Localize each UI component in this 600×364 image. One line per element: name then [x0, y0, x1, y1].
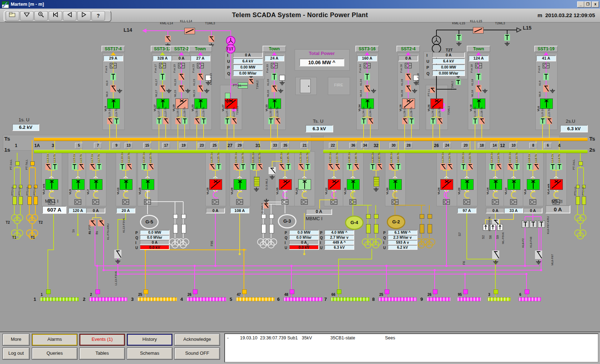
current-SST1-19[interactable]: 41 A — [536, 55, 556, 61]
load-bar-25[interactable] — [379, 297, 417, 301]
breaker-VL24[interactable] — [440, 179, 453, 190]
G-5-value-I[interactable]: 0 A — [140, 240, 170, 245]
switch-LL26-2s[interactable] — [430, 118, 436, 124]
current-SST2-4[interactable]: 0 A — [398, 55, 418, 61]
bus-number-33[interactable]: 33 — [271, 143, 279, 148]
load-tap[interactable] — [144, 289, 148, 294]
breaker-VL4 sek[interactable] — [550, 179, 563, 190]
current-Town[interactable]: 24 A — [264, 55, 284, 61]
bus-number-8[interactable]: 8 — [529, 143, 537, 148]
current-VL25[interactable]: 0 A — [206, 208, 225, 213]
switch-ML28[interactable] — [405, 85, 411, 92]
switch-LL13-F3VK[interactable] — [114, 250, 121, 258]
switch-LL5-Ts[interactable] — [79, 163, 84, 170]
switch-LL30-1s[interactable] — [389, 163, 394, 170]
switch-KL8[interactable] — [522, 221, 529, 228]
switch-LL32-Ts[interactable] — [377, 163, 382, 170]
bus-number-15[interactable]: 15 — [143, 143, 151, 148]
switch-LL28-Ts[interactable] — [409, 118, 414, 124]
breaker-VL9[interactable] — [107, 98, 120, 109]
switch-LL14-Ts[interactable] — [496, 163, 501, 170]
load-tap[interactable] — [433, 289, 438, 294]
switch-LL29-1s[interactable] — [234, 163, 239, 170]
breaker-VL3 sek[interactable] — [45, 179, 58, 190]
switch-LL17-Ts[interactable] — [163, 118, 169, 124]
G-4-value-I[interactable]: 449 A ^ — [324, 240, 354, 245]
G-3-value-Q[interactable]: 0.0 MVar — [289, 235, 319, 240]
generator-G-2[interactable]: G-2 — [387, 215, 405, 229]
footer-button-tables[interactable]: Tables — [80, 348, 125, 359]
feeder-header-SST17-4[interactable]: SST17-4 — [101, 46, 125, 52]
switch-LL33-1s[interactable] — [268, 118, 274, 124]
switch-LL8-1s[interactable] — [527, 163, 532, 170]
load-tap[interactable] — [463, 289, 468, 294]
switch-LL26-Ts[interactable] — [437, 118, 442, 124]
bus-Ts[interactable] — [34, 138, 588, 141]
meter-icon[interactable] — [405, 63, 412, 70]
switch-LL20-1s[interactable] — [461, 163, 466, 170]
switch-KL34[interactable] — [364, 73, 370, 80]
breaker-VL25[interactable] — [209, 179, 222, 190]
bus-Ts-voltage[interactable]: 6.3 kV — [305, 125, 333, 132]
bus-number-23[interactable]: 23 — [198, 143, 206, 148]
t2t-value-Q[interactable]: 0.000 MVar — [432, 70, 465, 76]
close-button[interactable]: x — [592, 1, 599, 7]
switch-LL3-1s[interactable] — [45, 163, 51, 170]
feeder-header-SST2-4[interactable]: SST2-4 — [396, 46, 420, 52]
t1t-value-Q[interactable]: 0.00 MVar — [233, 70, 263, 76]
switch-ML6[interactable] — [543, 85, 549, 92]
door-icon[interactable] — [300, 79, 311, 93]
G-3-value-U[interactable]: 0.0 kV — [289, 245, 319, 250]
bus-number-9[interactable]: 9 — [112, 143, 120, 148]
switch-LL28-1s[interactable] — [402, 118, 408, 124]
switch-LL3-Ts[interactable] — [52, 163, 58, 170]
bus-number-30[interactable]: 30 — [390, 143, 398, 148]
meter-icon[interactable] — [197, 63, 204, 70]
bus-number-21[interactable]: 21 — [301, 143, 309, 148]
switch-LL6-1s[interactable] — [540, 118, 545, 124]
current-SST3-16[interactable]: 160 A — [357, 55, 377, 61]
switch-LL13-Ts[interactable] — [126, 163, 132, 170]
switch-LL35-1s[interactable] — [279, 163, 284, 170]
current-VL20[interactable]: 97 A — [457, 208, 476, 213]
G-2-value-I[interactable]: 593 A v — [388, 240, 418, 245]
t2t-value-U[interactable]: 6.4 kV — [432, 58, 465, 64]
bus-number-6[interactable]: 6 — [544, 143, 552, 148]
bus-1s[interactable] — [34, 150, 310, 153]
current-VL10[interactable]: 33 A — [504, 208, 523, 213]
load-bar-25[interactable] — [138, 297, 177, 301]
switch-LL19-1s[interactable] — [175, 118, 181, 124]
footer-button-alarms[interactable]: Alarms — [32, 334, 77, 345]
meter-VL7[interactable] — [92, 199, 99, 206]
bus-number-10[interactable]: 10 — [510, 143, 518, 148]
switch-LL27-1s[interactable] — [225, 118, 230, 124]
switch-LL5-1s[interactable] — [72, 163, 77, 170]
current-VL7[interactable]: 0 A — [86, 208, 105, 213]
current-SST2-2[interactable]: 0 A — [171, 55, 191, 61]
t1t-value-P[interactable]: 0.00 MW — [233, 64, 263, 70]
bus-1s-voltage[interactable]: 6.2 kV — [12, 124, 39, 131]
feeder-header-SST1-19[interactable]: SST1-19 — [534, 46, 558, 52]
breaker-VL36[interactable] — [347, 179, 360, 190]
G-3-value-I[interactable]: 0 A — [289, 240, 319, 245]
switch-LL31-Ts[interactable] — [257, 163, 262, 170]
switch-LL31-1s[interactable] — [250, 163, 256, 170]
current-VL3 sek[interactable]: 607 A — [42, 206, 66, 214]
meter-icon[interactable] — [110, 63, 117, 70]
generator-G-4[interactable]: G-4 — [345, 216, 364, 230]
switch-KL6[interactable] — [543, 73, 549, 80]
switch-LL22-Ts[interactable] — [335, 163, 340, 170]
load-bar-48[interactable] — [284, 297, 322, 301]
breaker-VL7[interactable] — [90, 179, 102, 190]
breaker-VL21[interactable] — [298, 179, 311, 190]
bus-number-13[interactable]: 13 — [125, 143, 132, 148]
footer-button-history[interactable]: History — [127, 334, 172, 345]
bus-number-24[interactable]: 24 — [443, 143, 451, 148]
switch-LL6-Ts[interactable] — [547, 118, 552, 124]
feeder-header-Town[interactable]: Town — [467, 46, 490, 52]
switch-LL30-Ts[interactable] — [396, 163, 401, 170]
footer-button-log-out[interactable]: Log out — [3, 348, 29, 359]
G-2-value-P[interactable]: 6.1 MW ^ — [388, 230, 418, 235]
feeder-header-Town[interactable]: Town — [189, 46, 212, 52]
switch-KML-L14[interactable] — [165, 36, 171, 42]
